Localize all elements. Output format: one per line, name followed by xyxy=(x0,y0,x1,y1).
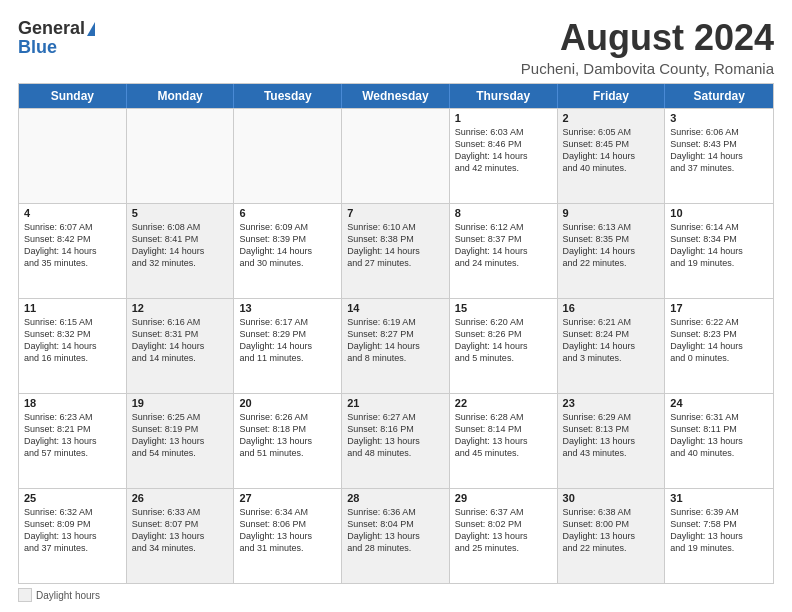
calendar-cell: 27Sunrise: 6:34 AM Sunset: 8:06 PM Dayli… xyxy=(234,489,342,583)
day-number: 25 xyxy=(24,492,121,504)
cell-content: Sunrise: 6:34 AM Sunset: 8:06 PM Dayligh… xyxy=(239,506,336,555)
day-number: 20 xyxy=(239,397,336,409)
logo-general-text: General xyxy=(18,18,85,39)
day-number: 21 xyxy=(347,397,444,409)
calendar-cell: 24Sunrise: 6:31 AM Sunset: 8:11 PM Dayli… xyxy=(665,394,773,488)
cell-content: Sunrise: 6:10 AM Sunset: 8:38 PM Dayligh… xyxy=(347,221,444,270)
cell-content: Sunrise: 6:21 AM Sunset: 8:24 PM Dayligh… xyxy=(563,316,660,365)
calendar-cell: 31Sunrise: 6:39 AM Sunset: 7:58 PM Dayli… xyxy=(665,489,773,583)
day-number: 7 xyxy=(347,207,444,219)
logo: General Blue xyxy=(18,18,95,58)
cell-content: Sunrise: 6:06 AM Sunset: 8:43 PM Dayligh… xyxy=(670,126,768,175)
calendar-cell: 13Sunrise: 6:17 AM Sunset: 8:29 PM Dayli… xyxy=(234,299,342,393)
calendar-cell: 20Sunrise: 6:26 AM Sunset: 8:18 PM Dayli… xyxy=(234,394,342,488)
calendar-row-0: 1Sunrise: 6:03 AM Sunset: 8:46 PM Daylig… xyxy=(19,108,773,203)
day-number: 9 xyxy=(563,207,660,219)
day-number: 15 xyxy=(455,302,552,314)
cell-content: Sunrise: 6:13 AM Sunset: 8:35 PM Dayligh… xyxy=(563,221,660,270)
calendar-cell xyxy=(342,109,450,203)
month-year: August 2024 xyxy=(521,18,774,58)
footer: Daylight hours xyxy=(18,588,774,602)
header-friday: Friday xyxy=(558,84,666,108)
calendar-cell: 5Sunrise: 6:08 AM Sunset: 8:41 PM Daylig… xyxy=(127,204,235,298)
day-number: 2 xyxy=(563,112,660,124)
calendar-cell: 17Sunrise: 6:22 AM Sunset: 8:23 PM Dayli… xyxy=(665,299,773,393)
header-wednesday: Wednesday xyxy=(342,84,450,108)
day-number: 23 xyxy=(563,397,660,409)
calendar-cell: 21Sunrise: 6:27 AM Sunset: 8:16 PM Dayli… xyxy=(342,394,450,488)
day-number: 3 xyxy=(670,112,768,124)
day-number: 19 xyxy=(132,397,229,409)
header-thursday: Thursday xyxy=(450,84,558,108)
cell-content: Sunrise: 6:32 AM Sunset: 8:09 PM Dayligh… xyxy=(24,506,121,555)
calendar-cell: 9Sunrise: 6:13 AM Sunset: 8:35 PM Daylig… xyxy=(558,204,666,298)
day-number: 24 xyxy=(670,397,768,409)
cell-content: Sunrise: 6:22 AM Sunset: 8:23 PM Dayligh… xyxy=(670,316,768,365)
cell-content: Sunrise: 6:05 AM Sunset: 8:45 PM Dayligh… xyxy=(563,126,660,175)
calendar-cell: 10Sunrise: 6:14 AM Sunset: 8:34 PM Dayli… xyxy=(665,204,773,298)
cell-content: Sunrise: 6:12 AM Sunset: 8:37 PM Dayligh… xyxy=(455,221,552,270)
calendar-cell: 29Sunrise: 6:37 AM Sunset: 8:02 PM Dayli… xyxy=(450,489,558,583)
cell-content: Sunrise: 6:37 AM Sunset: 8:02 PM Dayligh… xyxy=(455,506,552,555)
cell-content: Sunrise: 6:07 AM Sunset: 8:42 PM Dayligh… xyxy=(24,221,121,270)
day-number: 1 xyxy=(455,112,552,124)
cell-content: Sunrise: 6:28 AM Sunset: 8:14 PM Dayligh… xyxy=(455,411,552,460)
day-number: 16 xyxy=(563,302,660,314)
page: General Blue August 2024 Pucheni, Dambov… xyxy=(0,0,792,612)
day-number: 27 xyxy=(239,492,336,504)
cell-content: Sunrise: 6:39 AM Sunset: 7:58 PM Dayligh… xyxy=(670,506,768,555)
logo-blue-text: Blue xyxy=(18,37,57,58)
day-number: 29 xyxy=(455,492,552,504)
day-number: 18 xyxy=(24,397,121,409)
calendar-cell xyxy=(19,109,127,203)
location: Pucheni, Dambovita County, Romania xyxy=(521,60,774,77)
calendar-cell: 1Sunrise: 6:03 AM Sunset: 8:46 PM Daylig… xyxy=(450,109,558,203)
calendar-cell: 6Sunrise: 6:09 AM Sunset: 8:39 PM Daylig… xyxy=(234,204,342,298)
footer-legend: Daylight hours xyxy=(18,588,100,602)
calendar-cell: 18Sunrise: 6:23 AM Sunset: 8:21 PM Dayli… xyxy=(19,394,127,488)
calendar-cell: 22Sunrise: 6:28 AM Sunset: 8:14 PM Dayli… xyxy=(450,394,558,488)
header-tuesday: Tuesday xyxy=(234,84,342,108)
calendar-row-1: 4Sunrise: 6:07 AM Sunset: 8:42 PM Daylig… xyxy=(19,203,773,298)
cell-content: Sunrise: 6:38 AM Sunset: 8:00 PM Dayligh… xyxy=(563,506,660,555)
calendar-cell: 3Sunrise: 6:06 AM Sunset: 8:43 PM Daylig… xyxy=(665,109,773,203)
day-number: 6 xyxy=(239,207,336,219)
cell-content: Sunrise: 6:15 AM Sunset: 8:32 PM Dayligh… xyxy=(24,316,121,365)
calendar-cell: 19Sunrise: 6:25 AM Sunset: 8:19 PM Dayli… xyxy=(127,394,235,488)
day-number: 4 xyxy=(24,207,121,219)
cell-content: Sunrise: 6:33 AM Sunset: 8:07 PM Dayligh… xyxy=(132,506,229,555)
calendar-cell: 8Sunrise: 6:12 AM Sunset: 8:37 PM Daylig… xyxy=(450,204,558,298)
legend-color-box xyxy=(18,588,32,602)
day-number: 11 xyxy=(24,302,121,314)
calendar-cell: 7Sunrise: 6:10 AM Sunset: 8:38 PM Daylig… xyxy=(342,204,450,298)
calendar-row-2: 11Sunrise: 6:15 AM Sunset: 8:32 PM Dayli… xyxy=(19,298,773,393)
header-monday: Monday xyxy=(127,84,235,108)
calendar-row-3: 18Sunrise: 6:23 AM Sunset: 8:21 PM Dayli… xyxy=(19,393,773,488)
day-number: 28 xyxy=(347,492,444,504)
calendar-cell: 14Sunrise: 6:19 AM Sunset: 8:27 PM Dayli… xyxy=(342,299,450,393)
legend-label: Daylight hours xyxy=(36,590,100,601)
cell-content: Sunrise: 6:31 AM Sunset: 8:11 PM Dayligh… xyxy=(670,411,768,460)
calendar-cell: 2Sunrise: 6:05 AM Sunset: 8:45 PM Daylig… xyxy=(558,109,666,203)
cell-content: Sunrise: 6:23 AM Sunset: 8:21 PM Dayligh… xyxy=(24,411,121,460)
header: General Blue August 2024 Pucheni, Dambov… xyxy=(18,18,774,77)
day-number: 8 xyxy=(455,207,552,219)
header-saturday: Saturday xyxy=(665,84,773,108)
day-number: 13 xyxy=(239,302,336,314)
cell-content: Sunrise: 6:26 AM Sunset: 8:18 PM Dayligh… xyxy=(239,411,336,460)
cell-content: Sunrise: 6:20 AM Sunset: 8:26 PM Dayligh… xyxy=(455,316,552,365)
day-number: 10 xyxy=(670,207,768,219)
day-number: 26 xyxy=(132,492,229,504)
day-number: 22 xyxy=(455,397,552,409)
cell-content: Sunrise: 6:08 AM Sunset: 8:41 PM Dayligh… xyxy=(132,221,229,270)
cell-content: Sunrise: 6:14 AM Sunset: 8:34 PM Dayligh… xyxy=(670,221,768,270)
day-number: 5 xyxy=(132,207,229,219)
calendar-row-4: 25Sunrise: 6:32 AM Sunset: 8:09 PM Dayli… xyxy=(19,488,773,583)
cell-content: Sunrise: 6:16 AM Sunset: 8:31 PM Dayligh… xyxy=(132,316,229,365)
title-block: August 2024 Pucheni, Dambovita County, R… xyxy=(521,18,774,77)
calendar-cell xyxy=(234,109,342,203)
calendar-cell: 11Sunrise: 6:15 AM Sunset: 8:32 PM Dayli… xyxy=(19,299,127,393)
logo-triangle-icon xyxy=(87,22,95,36)
calendar-cell: 15Sunrise: 6:20 AM Sunset: 8:26 PM Dayli… xyxy=(450,299,558,393)
cell-content: Sunrise: 6:25 AM Sunset: 8:19 PM Dayligh… xyxy=(132,411,229,460)
